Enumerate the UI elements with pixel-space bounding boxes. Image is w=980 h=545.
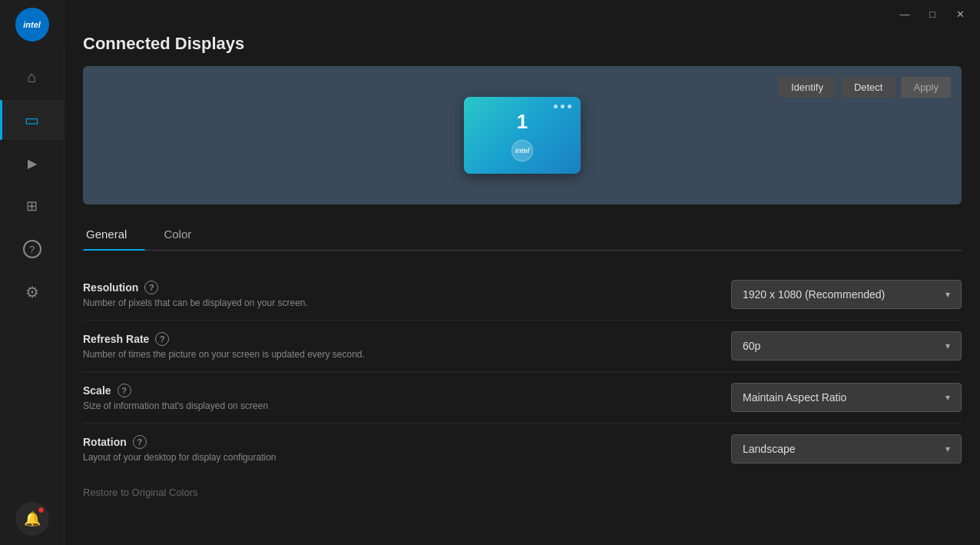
chevron-down-icon: ▾	[945, 289, 950, 300]
page-content: Connected Displays Identify Detect Apply…	[65, 28, 980, 545]
refresh-rate-row: Refresh Rate ? Number of times the pictu…	[83, 321, 962, 372]
page-title: Connected Displays	[83, 28, 962, 54]
apply-button[interactable]: Apply	[901, 77, 951, 98]
dot-3	[568, 105, 571, 108]
scale-dropdown[interactable]: Maintain Aspect Ratio ▾	[731, 383, 962, 412]
resolution-desc: Number of pixels that can be displayed o…	[83, 297, 731, 308]
refresh-rate-value: 60p	[743, 340, 760, 352]
refresh-rate-label: Refresh Rate ?	[83, 332, 731, 346]
refresh-rate-help-icon[interactable]: ?	[155, 332, 169, 346]
refresh-rate-desc: Number of times the picture on your scre…	[83, 349, 731, 360]
display-preview-area: Identify Detect Apply 1 intel	[83, 66, 962, 204]
rotation-label: Rotation ?	[83, 435, 731, 449]
resolution-help-icon[interactable]: ?	[144, 281, 158, 294]
resolution-dropdown[interactable]: 1920 x 1080 (Recommended) ▾	[731, 280, 962, 309]
restore-colors-button[interactable]: Restore to Original Colors	[83, 480, 198, 504]
sidebar: intel ⌂ ▭ ▶ ⊞ ? ⚙ 🔔	[0, 0, 65, 545]
sidebar-bottom: 🔔	[15, 502, 49, 545]
dot-1	[554, 105, 558, 108]
rotation-row: Rotation ? Layout of your desktop for di…	[83, 424, 962, 474]
resolution-value: 1920 x 1080 (Recommended)	[743, 288, 885, 301]
sidebar-item-settings[interactable]: ⚙	[0, 272, 65, 312]
home-icon: ⌂	[27, 68, 36, 86]
scale-help-icon[interactable]: ?	[118, 384, 131, 397]
notification-dot	[38, 507, 45, 513]
monitor-intel-logo: intel	[512, 140, 533, 161]
monitor-number: 1	[517, 110, 528, 134]
sidebar-logo: intel	[0, 0, 65, 49]
chevron-down-icon: ▾	[945, 392, 950, 403]
sidebar-item-grid[interactable]: ⊞	[0, 186, 65, 226]
bell-icon: 🔔	[24, 510, 41, 527]
titlebar: — □ ✕	[65, 0, 980, 28]
resolution-label: Resolution ?	[83, 281, 731, 294]
sidebar-item-help[interactable]: ?	[0, 229, 65, 269]
display-icon: ▭	[25, 111, 39, 129]
gear-icon: ⚙	[25, 283, 39, 301]
resolution-row: Resolution ? Number of pixels that can b…	[83, 269, 962, 321]
tab-color[interactable]: Color	[161, 220, 210, 250]
dot-2	[561, 105, 564, 108]
preview-buttons: Identify Detect Apply	[779, 77, 951, 98]
resolution-label-area: Resolution ? Number of pixels that can b…	[83, 281, 731, 308]
scale-value: Maintain Aspect Ratio	[743, 391, 846, 404]
sidebar-item-display[interactable]: ▭	[0, 100, 65, 140]
settings-tabs: General Color	[83, 220, 962, 251]
intel-logo-icon: intel	[15, 8, 49, 42]
rotation-value: Landscape	[743, 443, 796, 455]
notification-button[interactable]: 🔔	[15, 502, 49, 536]
settings-list: Resolution ? Number of pixels that can b…	[83, 269, 962, 474]
sidebar-item-home[interactable]: ⌂	[0, 57, 65, 97]
active-indicator	[0, 100, 2, 140]
help-circle-icon: ?	[23, 240, 41, 258]
monitor-dots	[554, 105, 571, 108]
chevron-down-icon: ▾	[945, 341, 950, 351]
rotation-help-icon[interactable]: ?	[133, 435, 147, 449]
refresh-rate-label-area: Refresh Rate ? Number of times the pictu…	[83, 332, 731, 360]
minimize-button[interactable]: —	[894, 3, 915, 25]
rotation-label-area: Rotation ? Layout of your desktop for di…	[83, 435, 731, 463]
main-content: — □ ✕ Connected Displays Identify Detect…	[65, 0, 980, 545]
scale-label-area: Scale ? Size of information that's displ…	[83, 384, 731, 411]
rotation-desc: Layout of your desktop for display confi…	[83, 452, 731, 463]
maximize-button[interactable]: □	[922, 3, 943, 25]
rotation-dropdown[interactable]: Landscape ▾	[731, 434, 962, 464]
chevron-down-icon: ▾	[945, 444, 950, 454]
detect-button[interactable]: Detect	[842, 77, 896, 98]
refresh-rate-dropdown[interactable]: 60p ▾	[731, 331, 962, 361]
scale-row: Scale ? Size of information that's displ…	[83, 372, 962, 424]
grid-icon: ⊞	[26, 198, 38, 214]
monitor-widget: 1 intel	[464, 97, 581, 174]
close-button[interactable]: ✕	[949, 3, 971, 25]
video-icon: ▶	[28, 156, 37, 171]
sidebar-item-video[interactable]: ▶	[0, 143, 65, 183]
identify-button[interactable]: Identify	[779, 77, 836, 98]
scale-label: Scale ?	[83, 384, 731, 397]
tab-general[interactable]: General	[83, 220, 145, 250]
scale-desc: Size of information that's displayed on …	[83, 400, 731, 411]
sidebar-nav: ⌂ ▭ ▶ ⊞ ? ⚙	[0, 49, 64, 502]
